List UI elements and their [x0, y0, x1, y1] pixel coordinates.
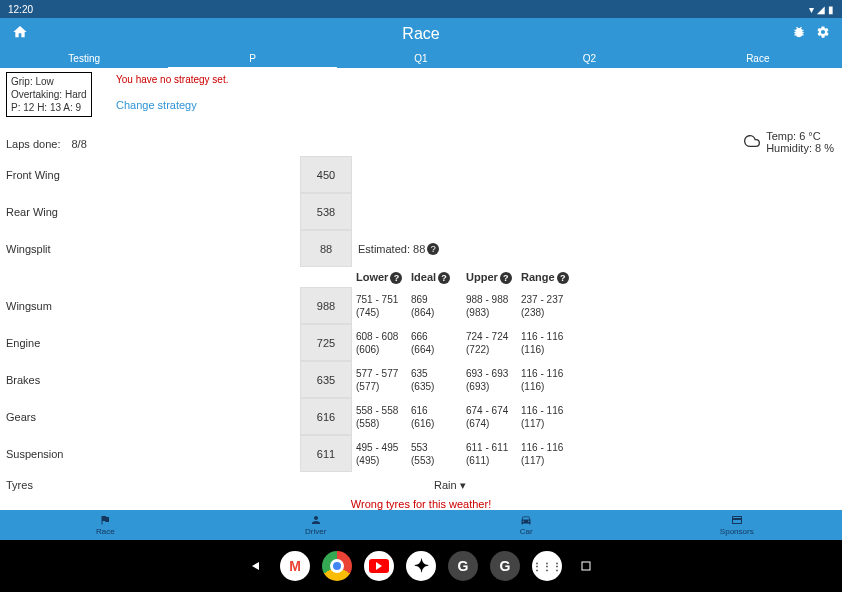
tab-testing[interactable]: Testing: [0, 50, 168, 68]
nav-sponsors[interactable]: Sponsors: [632, 510, 843, 540]
lower-col: 577 - 577(577): [352, 367, 407, 393]
tyres-warning: Wrong tyres for this weather!: [6, 498, 836, 510]
home-icon[interactable]: [12, 24, 28, 44]
help-icon[interactable]: ?: [390, 272, 402, 284]
settings-icon[interactable]: [816, 25, 830, 43]
nav-car[interactable]: Car: [421, 510, 632, 540]
gmail-icon[interactable]: M: [280, 551, 310, 581]
lower-col: 558 - 558(558): [352, 404, 407, 430]
row-rear-wing: Rear Wing 538: [6, 193, 836, 230]
lower-col: 751 - 751(745): [352, 293, 407, 319]
app-icon-1[interactable]: G: [448, 551, 478, 581]
range-col: 237 - 237(238): [517, 293, 582, 319]
chrome-icon[interactable]: [322, 551, 352, 581]
signal-icon: ◢: [817, 4, 825, 15]
setup-label: Brakes: [6, 374, 300, 386]
row-engine: Engine 725 608 - 608(606) 666(664) 724 -…: [6, 324, 836, 361]
range-col: 116 - 116(117): [517, 441, 582, 467]
help-icon[interactable]: ?: [500, 272, 512, 284]
tab-race[interactable]: Race: [674, 50, 842, 68]
page-title: Race: [402, 25, 439, 43]
upper-col: 988 - 988(983): [462, 293, 517, 319]
back-button[interactable]: [250, 560, 262, 572]
tab-p[interactable]: P: [168, 50, 336, 68]
help-icon[interactable]: ?: [438, 272, 450, 284]
battery-icon: ▮: [828, 4, 834, 15]
range-col: 116 - 116(117): [517, 404, 582, 430]
wifi-icon: ▾: [809, 4, 814, 15]
setup-grid: Front Wing 450 Rear Wing 538 Wingsplit 8…: [6, 156, 836, 510]
nav-driver[interactable]: Driver: [211, 510, 422, 540]
setup-input[interactable]: 611: [300, 435, 352, 472]
lower-col: 495 - 495(495): [352, 441, 407, 467]
cloud-icon: [744, 133, 760, 152]
title-bar: Race: [0, 18, 842, 50]
ideal-col: 553(553): [407, 441, 462, 467]
humidity-label: Humidity: 8 %: [766, 142, 834, 154]
column-headers: Lower? Ideal? Upper? Range?: [6, 267, 836, 287]
track-info-box: Grip: Low Overtaking: Hard P: 12 H: 13 A…: [6, 72, 92, 117]
status-time: 12:20: [8, 4, 33, 15]
app-icon-2[interactable]: G: [490, 551, 520, 581]
setup-input[interactable]: 725: [300, 324, 352, 361]
temp-label: Temp: 6 °C: [766, 130, 834, 142]
chevron-down-icon: ▾: [460, 479, 466, 491]
youtube-icon[interactable]: [364, 551, 394, 581]
apps-drawer-icon[interactable]: ⋮⋮⋮: [532, 551, 562, 581]
tab-q1[interactable]: Q1: [337, 50, 505, 68]
tyres-label: Tyres: [6, 479, 300, 491]
status-icons: ▾ ◢ ▮: [809, 4, 834, 15]
overtaking-label: Overtaking: Hard: [11, 88, 87, 101]
header-range: Range?: [517, 271, 582, 284]
setup-label: Wingsum: [6, 300, 300, 312]
svg-rect-0: [582, 562, 590, 570]
laps-done: Laps done: 8/8: [6, 138, 87, 150]
content-area: Grip: Low Overtaking: Hard P: 12 H: 13 A…: [0, 68, 842, 510]
lower-col: 608 - 608(606): [352, 330, 407, 356]
status-bar: 12:20 ▾ ◢ ▮: [0, 0, 842, 18]
rear-wing-input[interactable]: 538: [300, 193, 352, 230]
setup-input[interactable]: 988: [300, 287, 352, 324]
laps-value: 8/8: [72, 138, 87, 150]
strategy-area: You have no strategy set. Change strateg…: [116, 74, 229, 111]
upper-col: 724 - 724(722): [462, 330, 517, 356]
ideal-col: 666(664): [407, 330, 462, 356]
photos-icon[interactable]: ✦: [406, 551, 436, 581]
ideal-col: 869(864): [407, 293, 462, 319]
grip-label: Grip: Low: [11, 75, 87, 88]
rear-wing-label: Rear Wing: [6, 206, 300, 218]
wingsplit-label: Wingsplit: [6, 243, 300, 255]
tyres-select[interactable]: Rain ▾: [434, 479, 466, 492]
row-wingsum: Wingsum 988 751 - 751(745) 869(864) 988 …: [6, 287, 836, 324]
bug-icon[interactable]: [792, 25, 806, 43]
header-lower: Lower?: [352, 271, 407, 284]
ideal-col: 616(616): [407, 404, 462, 430]
row-suspension: Suspension 611 495 - 495(495) 553(553) 6…: [6, 435, 836, 472]
setup-input[interactable]: 635: [300, 361, 352, 398]
setup-label: Engine: [6, 337, 300, 349]
recents-button[interactable]: [580, 560, 592, 572]
section-tabs: Testing P Q1 Q2 Race: [0, 50, 842, 68]
wingsplit-input[interactable]: 88: [300, 230, 352, 267]
help-icon[interactable]: ?: [427, 243, 439, 255]
range-col: 116 - 116(116): [517, 330, 582, 356]
ideal-col: 635(635): [407, 367, 462, 393]
front-wing-input[interactable]: 450: [300, 156, 352, 193]
nav-race[interactable]: Race: [0, 510, 211, 540]
help-icon[interactable]: ?: [557, 272, 569, 284]
header-upper: Upper?: [462, 271, 517, 284]
laps-label: Laps done:: [6, 138, 60, 150]
upper-col: 693 - 693(693): [462, 367, 517, 393]
weather-info: Temp: 6 °C Humidity: 8 %: [744, 130, 834, 154]
estimated-label: Estimated: 88 ?: [358, 243, 439, 255]
setup-label: Gears: [6, 411, 300, 423]
front-wing-label: Front Wing: [6, 169, 300, 181]
setup-input[interactable]: 616: [300, 398, 352, 435]
upper-col: 674 - 674(674): [462, 404, 517, 430]
setup-label: Suspension: [6, 448, 300, 460]
pha-label: P: 12 H: 13 A: 9: [11, 101, 87, 114]
tab-q2[interactable]: Q2: [505, 50, 673, 68]
change-strategy-link[interactable]: Change strategy: [116, 99, 229, 111]
upper-col: 611 - 611(611): [462, 441, 517, 467]
row-tyres: Tyres Rain ▾: [6, 472, 836, 498]
